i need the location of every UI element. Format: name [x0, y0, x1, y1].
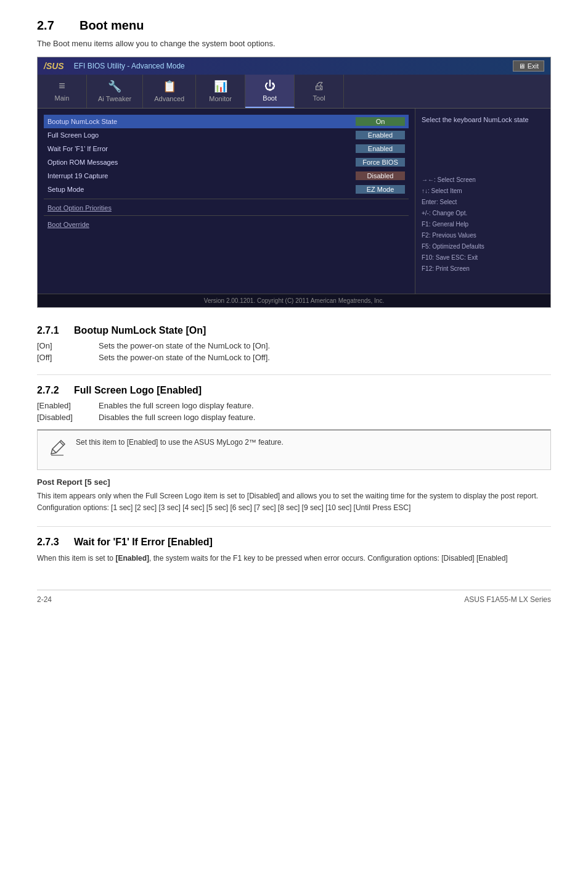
nav-main[interactable]: ≡ Main	[38, 75, 87, 108]
desc-key-off: [Off]	[37, 353, 99, 362]
nav-ai-tweaker-label: Ai Tweaker	[98, 95, 131, 102]
main-icon: ≡	[59, 80, 65, 93]
bios-body: Bootup NumLock State On Full Screen Logo…	[38, 109, 550, 294]
section-273-heading: Wait for 'F1' If Error [Enabled]	[74, 537, 213, 547]
section-271: 2.7.1 Bootup NumLock State [On] [On] Set…	[37, 325, 551, 362]
post-report-title: Post Report [5 sec]	[37, 477, 551, 487]
monitor-nav-icon: 📊	[214, 80, 227, 93]
boot-option-priorities-label: Boot Option Priorities	[44, 202, 409, 213]
desc-val-off: Sets the power-on state of the NumLock t…	[99, 353, 270, 362]
section-272: 2.7.2 Full Screen Logo [Enabled] [Enable…	[37, 385, 551, 514]
setupmode-label: Setup Mode	[47, 186, 356, 193]
nav-boot[interactable]: ⏻ Boot	[245, 75, 295, 108]
bios-titlebar: /SUS EFI BIOS Utility - Advanced Mode 🖥 …	[38, 57, 550, 75]
desc-row-disabled: [Disabled] Disables the full screen logo…	[37, 413, 551, 422]
section-271-num: 2.7.1	[37, 325, 59, 336]
chapter-number: 2.7	[37, 19, 54, 32]
section-272-title: 2.7.2 Full Screen Logo [Enabled]	[37, 385, 551, 396]
desc-val-enabled: Enables the full screen logo display fea…	[99, 401, 254, 410]
waitf1-value: Enabled	[356, 144, 405, 153]
post-report-body: This item appears only when the Full Scr…	[37, 490, 551, 514]
desc-key-enabled: [Enabled]	[37, 401, 99, 410]
waitf1-label: Wait For 'F1' If Error	[47, 145, 356, 152]
section-272-heading: Full Screen Logo [Enabled]	[74, 385, 202, 395]
nav-ai-tweaker[interactable]: 🔧 Ai Tweaker	[87, 75, 143, 108]
chapter-heading: Boot menu	[80, 19, 144, 32]
monitor-icon: 🖥	[518, 62, 525, 70]
menu-item-setupmode[interactable]: Setup Mode EZ Mode	[44, 183, 409, 196]
key-f5: F5: Optimized Defaults	[422, 241, 544, 252]
advanced-icon: 📋	[163, 80, 176, 93]
nav-advanced-label: Advanced	[154, 95, 184, 102]
numlockstate-label: Bootup NumLock State	[47, 118, 356, 125]
footer-page-num: 2-24	[37, 595, 52, 604]
nav-tool[interactable]: 🖨 Tool	[295, 75, 344, 108]
bios-main-panel: Bootup NumLock State On Full Screen Logo…	[38, 109, 415, 294]
key-f2: F2: Previous Values	[422, 230, 544, 241]
divider-272-273	[37, 526, 551, 527]
section-273-bold: [Enabled]	[115, 554, 149, 563]
desc-key-disabled: [Disabled]	[37, 413, 99, 422]
optionrom-label: Option ROM Messages	[47, 159, 356, 166]
bios-logo: /SUS	[44, 61, 64, 71]
menu-item-optionrom[interactable]: Option ROM Messages Force BIOS	[44, 155, 409, 169]
chapter-description: The Boot menu items allow you to change …	[37, 39, 551, 48]
desc-row-off: [Off] Sets the power-on state of the Num…	[37, 353, 551, 362]
menu-item-fullscreenlogo[interactable]: Full Screen Logo Enabled	[44, 128, 409, 142]
menu-item-waitf1[interactable]: Wait For 'F1' If Error Enabled	[44, 142, 409, 155]
setupmode-value: EZ Mode	[356, 185, 405, 194]
section-273-body: When this item is set to [Enabled], the …	[37, 553, 551, 564]
key-change-opt: +/-: Change Opt.	[422, 208, 544, 219]
key-enter: Enter: Select	[422, 197, 544, 208]
divider-2	[44, 215, 409, 216]
note-text: Set this item to [Enabled] to use the AS…	[76, 437, 284, 448]
divider-271-272	[37, 374, 551, 375]
tool-icon: 🖨	[314, 80, 325, 93]
note-box: Set this item to [Enabled] to use the AS…	[37, 429, 551, 470]
key-f10: F10: Save ESC: Exit	[422, 252, 544, 263]
nav-advanced[interactable]: 📋 Advanced	[143, 75, 196, 108]
desc-key-on: [On]	[37, 341, 99, 350]
key-f12: F12: Print Screen	[422, 263, 544, 274]
section-273-title: 2.7.3 Wait for 'F1' If Error [Enabled]	[37, 537, 551, 548]
desc-row-on: [On] Sets the power-on state of the NumL…	[37, 341, 551, 350]
nav-main-label: Main	[55, 94, 70, 102]
fullscreenlogo-value: Enabled	[356, 131, 405, 139]
nav-monitor-label: Monitor	[209, 95, 232, 102]
bios-mode-title: EFI BIOS Utility - Advanced Mode	[74, 62, 185, 70]
divider-1	[44, 199, 409, 199]
nav-monitor[interactable]: 📊 Monitor	[196, 75, 245, 108]
sidebar-keys: →←: Select Screen ↑↓: Select Item Enter:…	[422, 175, 544, 274]
interrupt19-label: Interrupt 19 Capture	[47, 172, 356, 179]
key-select-screen: →←: Select Screen	[422, 175, 544, 186]
boot-override-label: Boot Override	[44, 218, 409, 229]
interrupt19-value: Disabled	[356, 171, 405, 180]
bios-ui: /SUS EFI BIOS Utility - Advanced Mode 🖥 …	[37, 57, 551, 308]
footer-product-name: ASUS F1A55-M LX Series	[464, 595, 551, 604]
sidebar-hint: Select the keyboard NumLock state	[422, 115, 544, 125]
section-272-num: 2.7.2	[37, 385, 59, 395]
key-select-item: ↑↓: Select Item	[422, 186, 544, 197]
menu-item-interrupt19[interactable]: Interrupt 19 Capture Disabled	[44, 169, 409, 183]
menu-item-numlockstate[interactable]: Bootup NumLock State On	[44, 115, 409, 128]
key-f1: F1: General Help	[422, 219, 544, 230]
section-271-table: [On] Sets the power-on state of the NumL…	[37, 341, 551, 362]
desc-row-enabled: [Enabled] Enables the full screen logo d…	[37, 401, 551, 410]
bios-exit-button[interactable]: 🖥 Exit	[513, 60, 544, 72]
ai-tweaker-icon: 🔧	[108, 80, 121, 93]
nav-tool-label: Tool	[313, 94, 325, 102]
note-icon	[46, 437, 68, 463]
numlockstate-value: On	[356, 117, 405, 126]
page-footer: 2-24 ASUS F1A55-M LX Series	[37, 590, 551, 604]
boot-icon: ⏻	[264, 80, 276, 93]
bios-footer: Version 2.00.1201. Copyright (C) 2011 Am…	[38, 294, 550, 307]
section-271-heading: Bootup NumLock State [On]	[74, 325, 206, 336]
section-271-title: 2.7.1 Bootup NumLock State [On]	[37, 325, 551, 336]
nav-boot-label: Boot	[263, 94, 277, 102]
chapter-title: 2.7 Boot menu	[37, 19, 551, 33]
exit-label: Exit	[528, 62, 539, 70]
optionrom-value: Force BIOS	[356, 158, 405, 167]
section-273-num: 2.7.3	[37, 537, 59, 547]
section-272-table: [Enabled] Enables the full screen logo d…	[37, 401, 551, 422]
bios-nav: ≡ Main 🔧 Ai Tweaker 📋 Advanced 📊 Monitor…	[38, 75, 550, 109]
